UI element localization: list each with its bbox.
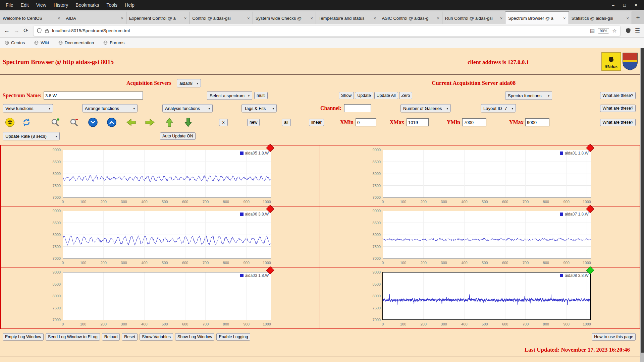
gallery-cell-aida03[interactable]: 7000750080008500900001002003004005006007… [1, 267, 320, 328]
log-button-empty-log-window[interactable]: Empty Log Window [3, 333, 44, 341]
menu-file[interactable]: File [2, 0, 17, 10]
arrow-up-icon[interactable] [165, 117, 174, 127]
gallery-cell-aida06[interactable]: 7000750080008500900001002003004005006007… [1, 206, 320, 267]
tab-close-icon[interactable]: × [500, 16, 503, 21]
update-button[interactable]: Update [355, 92, 373, 99]
gallery-cell-aida05[interactable]: 7000750080008500900001002003004005006007… [1, 145, 320, 206]
select-a-spectrum-dropdown[interactable]: Select a spectrum ▾ [207, 92, 252, 100]
browser-tab[interactable]: Welcome to CentOS× [0, 11, 63, 24]
browser-tab[interactable]: Spectrum Browser @ a× [505, 11, 569, 24]
number-of-galleries-dropdown[interactable]: Number of Galleries ▾ [400, 104, 451, 113]
what-are-these-button-2[interactable]: What are these? [600, 105, 636, 112]
tab-close-icon[interactable]: × [184, 16, 187, 21]
tab-close-icon[interactable]: × [310, 16, 313, 21]
browser-tab[interactable]: Run Control @ aidas-gsi× [442, 11, 505, 24]
xmin-input[interactable] [356, 118, 376, 126]
update-rate-dropdown[interactable]: Update Rate (8 secs) ▾ [3, 132, 60, 140]
menu-view[interactable]: View [33, 0, 50, 10]
browser-tab[interactable]: Statistics @ aidas-gsi× [569, 11, 632, 24]
update-all-button[interactable]: Update All [374, 92, 398, 99]
acquisition-server-dropdown[interactable]: aida08 ▾ [177, 79, 201, 87]
spectrum-chart-aida06[interactable]: 7000750080008500900001002003004005006007… [46, 208, 274, 265]
forward-icon[interactable]: → [14, 27, 19, 34]
browser-tab[interactable]: Experiment Control @ a× [126, 11, 190, 24]
menu-bookmarks[interactable]: Bookmarks [72, 0, 103, 10]
radiation-icon[interactable]: ☢ [5, 118, 14, 127]
scrollbar-thumb[interactable] [641, 48, 644, 353]
multi-button[interactable]: multi [254, 92, 268, 99]
how-to-use-button[interactable]: How to use this page [592, 333, 636, 341]
spectrum-chart-aida05[interactable]: 7000750080008500900001002003004005006007… [46, 147, 274, 204]
ymax-input[interactable] [525, 118, 549, 126]
shrink-y-icon[interactable] [88, 117, 98, 127]
menu-help[interactable]: Help [121, 0, 138, 10]
url-text[interactable]: localhost:8015/Spectrum/Spectrum.tml [52, 28, 587, 33]
back-icon[interactable]: ← [4, 27, 10, 34]
tab-close-icon[interactable]: × [626, 16, 629, 21]
browser-tab[interactable]: Temperature and status× [316, 11, 379, 24]
close-icon[interactable]: ✕ [631, 1, 641, 9]
analysis-functions-dropdown[interactable]: Analysis functions ▾ [162, 104, 213, 113]
auto-update-button[interactable]: Auto Update ON [160, 132, 196, 140]
arrow-down-icon[interactable] [184, 117, 193, 127]
scrollbar[interactable] [640, 48, 644, 362]
site-info-lock-icon[interactable] [45, 28, 49, 33]
browser-tab[interactable]: AIDA× [63, 11, 126, 24]
maximize-icon[interactable]: □ [620, 1, 629, 9]
arrow-left-icon[interactable] [126, 118, 136, 127]
x-scale-button[interactable]: x [219, 119, 228, 126]
shield-icon[interactable] [37, 28, 42, 33]
refresh-icon[interactable] [21, 117, 32, 127]
spectra-functions-dropdown[interactable]: Spectra functions ▾ [505, 92, 552, 100]
bookmark-wiki[interactable]: Wiki [34, 40, 49, 45]
reader-mode-icon[interactable]: ▤ [590, 28, 595, 34]
hamburger-menu-icon[interactable]: ☰ [635, 27, 640, 34]
menu-history[interactable]: History [50, 0, 72, 10]
layout-id-dropdown[interactable]: Layout ID=7 ▾ [481, 104, 516, 113]
bookmark-star-icon[interactable]: ☆ [612, 28, 616, 34]
menu-tools[interactable]: Tools [103, 0, 121, 10]
log-button-reset[interactable]: Reset [122, 333, 138, 341]
minimize-icon[interactable]: – [608, 1, 618, 9]
tags-fits-dropdown[interactable]: Tags & Fits ▾ [241, 104, 277, 113]
zoom-in-icon[interactable] [50, 117, 60, 127]
bookmark-forums[interactable]: Forums [103, 40, 124, 45]
expand-y-icon[interactable] [107, 117, 117, 127]
extension-shield-icon[interactable] [626, 28, 631, 34]
tab-close-icon[interactable]: × [121, 16, 123, 21]
ymin-input[interactable] [462, 118, 486, 126]
url-bar[interactable]: localhost:8015/Spectrum/Spectrum.tml ▤ 9… [34, 26, 620, 36]
zoom-out-icon[interactable] [69, 117, 79, 127]
zero-button[interactable]: Zero [399, 92, 413, 99]
linear-button[interactable]: linear [309, 119, 324, 126]
zoom-level-indicator[interactable]: 90% [598, 28, 609, 34]
log-button-reload[interactable]: Reload [102, 333, 120, 341]
tab-close-icon[interactable]: × [58, 16, 60, 21]
spectrum-chart-aida08[interactable]: 7000750080008500900001002003004005006007… [366, 269, 594, 326]
arrange-functions-dropdown[interactable]: Arrange functions ▾ [82, 104, 138, 113]
bookmark-documentation[interactable]: Documentation [58, 40, 94, 45]
what-are-these-button-3[interactable]: What are these? [600, 119, 636, 126]
all-button[interactable]: all [282, 119, 291, 126]
log-button-send-log-window-to-elog[interactable]: Send Log Window to ELog [46, 333, 100, 341]
arrow-right-icon[interactable] [145, 118, 155, 127]
log-button-enable-logging[interactable]: Enable Logging [216, 333, 250, 341]
bookmark-centos[interactable]: Centos [5, 40, 25, 45]
new-tab-button[interactable]: + [632, 11, 644, 24]
gallery-cell-aida08[interactable]: 7000750080008500900001002003004005006007… [320, 267, 640, 328]
browser-tab[interactable]: System wide Checks @× [253, 11, 316, 24]
spectrum-chart-aida03[interactable]: 7000750080008500900001002003004005006007… [46, 269, 274, 326]
spectrum-name-input[interactable] [44, 92, 143, 100]
browser-tab[interactable]: ASIC Control @ aidas-g× [379, 11, 442, 24]
log-button-show-log-window[interactable]: Show Log Window [175, 333, 215, 341]
tab-close-icon[interactable]: × [247, 16, 250, 21]
channel-input[interactable] [344, 104, 371, 112]
show-button[interactable]: Show [339, 92, 354, 99]
spectrum-chart-aida07[interactable]: 7000750080008500900001002003004005006007… [366, 208, 594, 265]
what-are-these-button-1[interactable]: What are these? [600, 92, 636, 99]
new-button[interactable]: new [247, 119, 260, 126]
reload-icon[interactable]: ⟳ [23, 27, 28, 34]
tab-close-icon[interactable]: × [437, 16, 439, 21]
xmax-input[interactable] [407, 118, 429, 126]
browser-tab[interactable]: Control @ aidas-gsi× [190, 11, 253, 24]
